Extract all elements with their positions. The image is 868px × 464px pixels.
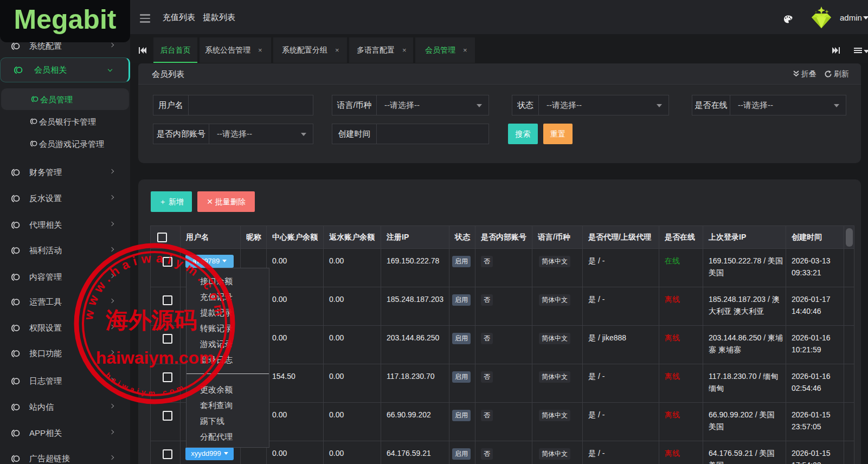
svg-text:haiwaiym.com: haiwaiym.com	[96, 348, 215, 368]
svg-text:海外源码: 海外源码	[105, 307, 197, 333]
